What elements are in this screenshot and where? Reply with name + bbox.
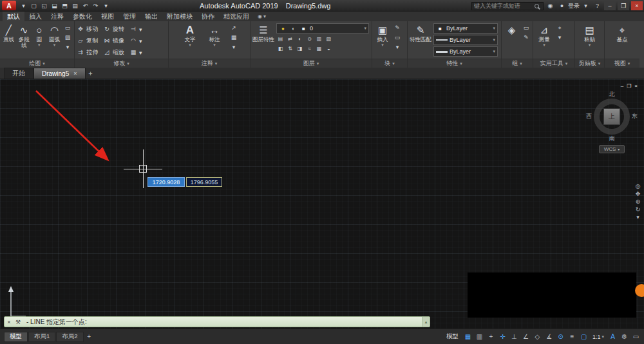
group-tool[interactable]: ◈	[504, 23, 520, 36]
object-snap-tracking-icon[interactable]: ∡	[544, 331, 554, 342]
ribbon-tab-collaborate[interactable]: 协作	[197, 12, 219, 21]
zoom-icon[interactable]: ⊕	[636, 199, 641, 205]
clean-screen-icon[interactable]: ▭	[630, 331, 641, 342]
window-close-button[interactable]: ×	[631, 1, 643, 10]
fillet-tool[interactable]: ◠ ▾	[129, 35, 142, 46]
utilities-more-caret-icon[interactable]: ▾	[555, 33, 564, 42]
steering-wheel-icon[interactable]: ◎	[636, 184, 641, 189]
new-layout-button[interactable]: +	[84, 332, 94, 341]
ribbon-tab-output[interactable]: 输出	[140, 12, 162, 21]
panel-label-properties[interactable]: 特性 ▾	[408, 59, 501, 68]
command-line[interactable]: × ⚒ - LINE 指定第一个点: ▴	[4, 316, 430, 327]
layer-tool-icon[interactable]: ▦	[315, 44, 323, 53]
dynamic-input-y[interactable]: 1796.9055	[186, 177, 222, 187]
ribbon-style-icon[interactable]: ◉	[258, 14, 262, 19]
object-snap-icon[interactable]: ⊙	[555, 331, 566, 342]
file-tab-close-icon[interactable]: ×	[73, 70, 77, 77]
panel-label-view[interactable]: 视图 ▾	[605, 59, 639, 68]
help-icon[interactable]: ?	[592, 1, 602, 10]
scale-tool[interactable]: ◿ 缩放	[103, 47, 124, 58]
layout-tab-layout2[interactable]: 布局2	[56, 332, 83, 342]
polyline-tool[interactable]: ∿ 多段线	[17, 23, 31, 49]
infer-constraints-icon[interactable]: +	[486, 331, 497, 342]
file-tab-drawing5[interactable]: Drawing5 ×	[33, 68, 86, 79]
quick-select-icon[interactable]: ⌖	[555, 24, 564, 32]
paste-tool[interactable]: ▤ 粘贴 ▾	[580, 23, 600, 47]
doc-close-icon[interactable]: ×	[634, 84, 638, 89]
ortho-toggle-icon[interactable]: ⊥	[509, 331, 520, 342]
layer-tool-icon[interactable]: ◨	[296, 44, 304, 53]
leader-icon[interactable]: ↗	[229, 24, 238, 32]
isometric-drafting-icon[interactable]: ◇	[532, 331, 543, 342]
viewcube-south-label[interactable]: 南	[609, 135, 615, 142]
search-box[interactable]	[471, 2, 544, 10]
layer-tool-icon[interactable]: ⇄	[286, 35, 294, 43]
panel-label-clipboard[interactable]: 剪贴板 ▾	[575, 59, 604, 68]
doc-minimize-icon[interactable]: –	[621, 84, 623, 89]
new-file-icon[interactable]: ▢	[29, 1, 39, 10]
arc-tool[interactable]: ◠ 圆弧 ▾	[48, 23, 61, 47]
object-color-dropdown[interactable]: ■ ByLayer ▾	[433, 23, 498, 33]
viewcube-north-label[interactable]: 北	[609, 91, 615, 98]
text-tool[interactable]: A 文字 ▾	[180, 23, 200, 47]
dimension-tool[interactable]: ↔ 标注 ▾	[205, 23, 224, 47]
layer-tool-icon[interactable]: ◐	[296, 35, 304, 43]
command-close-icon[interactable]: ×	[5, 317, 14, 327]
panel-label-block[interactable]: 块 ▾	[372, 59, 407, 68]
layer-tool-icon[interactable]: ◒	[325, 44, 333, 53]
drawing-canvas[interactable]: – ❒ × 1720.9028 1796.9055 北 西 上	[0, 79, 644, 329]
grid-toggle-icon[interactable]: ▦	[462, 331, 473, 342]
ribbon-tab-parametric[interactable]: 参数化	[68, 12, 97, 21]
command-prompt[interactable]: - LINE 指定第一个点:	[23, 318, 422, 327]
match-properties-tool[interactable]: ✎ 特性匹配	[410, 23, 431, 43]
panel-label-utilities[interactable]: 实用工具 ▾	[533, 59, 574, 68]
ribbon-tab-addins[interactable]: 附加模块	[162, 12, 197, 21]
line-tool[interactable]: ╱ 直线	[2, 23, 15, 43]
workspace-gear-icon[interactable]: ⚙	[619, 331, 630, 342]
draw-more-caret-icon[interactable]: ▾	[63, 43, 72, 52]
file-tab-start[interactable]: 开始	[4, 68, 33, 79]
doc-restore-icon[interactable]: ❒	[627, 84, 631, 89]
dynamic-input-x[interactable]: 1720.9028	[147, 177, 185, 187]
search-icon[interactable]	[535, 4, 539, 8]
viewcube-west-label[interactable]: 西	[586, 113, 592, 120]
rotate-tool[interactable]: ↻ 旋转	[103, 24, 124, 35]
new-drawing-tab-button[interactable]: +	[86, 68, 96, 79]
rectangle-icon[interactable]: ▭	[63, 24, 72, 32]
ribbon-tab-featured-apps[interactable]: 精选应用	[219, 12, 254, 21]
polar-tracking-icon[interactable]: ∠	[520, 331, 531, 342]
plot-icon[interactable]: ▤	[70, 1, 80, 10]
linetype-dropdown[interactable]: ByLayer ▾	[433, 35, 498, 45]
mirror-tool[interactable]: ⋈ 镜像	[103, 35, 124, 46]
layout-tab-model[interactable]: 模型	[4, 332, 28, 342]
layer-tool-icon[interactable]: ▧	[325, 35, 333, 43]
ribbon-tab-manage[interactable]: 管理	[118, 12, 140, 21]
insert-block-tool[interactable]: ▣ 插入 ▾	[374, 23, 391, 47]
layer-tool-icon[interactable]: ▥	[315, 35, 323, 43]
block-edit-icon[interactable]: ▭	[393, 33, 402, 42]
window-restore-button[interactable]: ❒	[618, 1, 629, 10]
ribbon-tab-annotate[interactable]: 注释	[46, 12, 68, 21]
sign-in-button[interactable]: ● 登录 ▾	[557, 1, 591, 10]
model-space-toggle[interactable]: 模型	[446, 332, 459, 341]
layout-tab-layout1[interactable]: 布局1	[28, 332, 55, 342]
annotation-visibility-icon[interactable]: A	[607, 331, 618, 342]
command-scroll-icon[interactable]: ▴	[422, 317, 430, 327]
stretch-tool[interactable]: ⇉ 拉伸	[77, 47, 98, 58]
ribbon-tab-home[interactable]: 默认	[3, 12, 24, 21]
group-edit-icon[interactable]: ✎	[522, 33, 531, 42]
layer-tool-icon[interactable]: ≈	[305, 44, 314, 53]
layer-tool-icon[interactable]: ▤	[276, 35, 285, 43]
orbit-icon[interactable]: ↻	[636, 207, 641, 213]
layer-tool-icon[interactable]: ⇅	[286, 44, 294, 53]
lineweight-toggle-icon[interactable]: ≡	[567, 331, 578, 342]
layer-select-dropdown[interactable]: ● ◐ ■ 0 ▾	[276, 23, 369, 33]
qat-caret-icon[interactable]: ▾	[101, 1, 111, 10]
ribbon-tab-insert[interactable]: 插入	[24, 12, 46, 21]
undo-icon[interactable]: ↶	[80, 1, 90, 10]
save-as-icon[interactable]: ⬒	[60, 1, 70, 10]
redo-icon[interactable]: ↷	[91, 1, 100, 10]
viewcube[interactable]: 北 西 上 东 南 WCS ▾	[585, 91, 639, 153]
trim-tool[interactable]: ⊣ ▾	[129, 24, 142, 35]
panel-label-draw[interactable]: 绘图 ▾	[0, 59, 74, 68]
